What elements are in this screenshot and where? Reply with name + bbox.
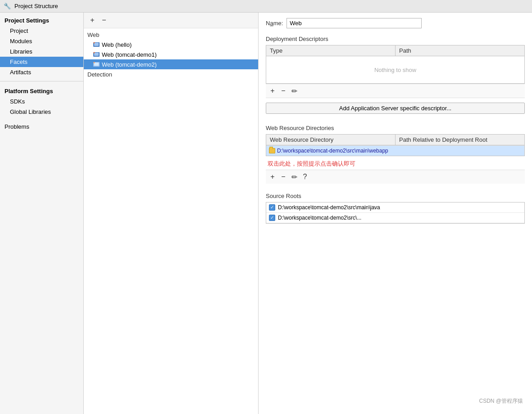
- right-panel: Name: Deployment Descriptors Type Path N…: [259, 13, 532, 414]
- svg-rect-4: [94, 53, 99, 56]
- sr-table: D:\workspace\tomcat-demo2\src\main\java …: [266, 202, 525, 224]
- source-roots-title: Source Roots: [266, 193, 525, 199]
- sidebar-item-libraries[interactable]: Libraries: [0, 46, 83, 57]
- web-facet-icon-3: [93, 61, 100, 68]
- svg-point-2: [94, 42, 95, 44]
- tree-item-web-hello[interactable]: Web (hello): [84, 40, 258, 50]
- wr-directory-cell: D:\workspace\tomcat-demo2\src\main\webap…: [266, 146, 396, 156]
- title-bar: 🔧 Project Structure: [0, 0, 532, 13]
- sidebar-item-global-libraries[interactable]: Global Libraries: [0, 107, 83, 117]
- edit-wr-button[interactable]: ✏: [289, 172, 299, 182]
- sr-checkbox-0[interactable]: [269, 204, 275, 211]
- facets-tree: Web Web (hello) Web (tomcat-demo1): [84, 28, 258, 414]
- add-facet-button[interactable]: +: [87, 15, 97, 25]
- add-wr-button[interactable]: +: [268, 172, 277, 182]
- project-settings-header: Project Settings: [0, 14, 83, 26]
- remove-wr-button[interactable]: −: [278, 172, 288, 182]
- sidebar-item-problems[interactable]: Problems: [0, 121, 83, 133]
- type-column-header: Type: [266, 45, 396, 56]
- wr-table-row[interactable]: D:\workspace\tomcat-demo2\src\main\webap…: [266, 145, 524, 156]
- hint-text: 双击此处，按照提示点击确认即可: [266, 156, 525, 170]
- tree-item-web-tomcat-demo1[interactable]: Web (tomcat-demo1): [84, 50, 258, 59]
- deployment-descriptors-table: Type Path Nothing to show: [266, 45, 525, 84]
- svg-point-5: [94, 52, 95, 54]
- add-descriptor-button[interactable]: +: [268, 86, 277, 96]
- help-wr-button[interactable]: ?: [300, 172, 310, 182]
- app-icon: 🔧: [4, 3, 11, 10]
- sidebar-item-artifacts[interactable]: Artifacts: [0, 67, 83, 77]
- svg-rect-1: [94, 43, 99, 46]
- source-roots-section: Source Roots D:\workspace\tomcat-demo2\s…: [266, 193, 525, 224]
- center-toolbar: + −: [84, 13, 258, 28]
- center-panel: + − Web Web (hello) Web (tomcat-demo: [84, 13, 259, 414]
- sr-checkbox-1[interactable]: [269, 215, 275, 221]
- wr-toolbar: + − ✏ ?: [266, 170, 525, 184]
- remove-descriptor-button[interactable]: −: [278, 86, 288, 96]
- sidebar-divider: [0, 81, 83, 81]
- web-resource-title: Web Resource Directories: [266, 125, 525, 131]
- web-facet-icon-2: [93, 51, 100, 58]
- wr-table: Web Resource Directory Path Relative to …: [266, 134, 525, 156]
- svg-point-8: [94, 62, 95, 63]
- wr-path-header: Path Relative to Deployment Root: [396, 135, 524, 145]
- folder-icon: [269, 148, 275, 153]
- detection-label: Detection: [84, 69, 258, 80]
- wr-directory-header: Web Resource Directory: [266, 135, 396, 145]
- sr-row-1[interactable]: D:\workspace\tomcat-demo2\src\...: [266, 213, 524, 223]
- path-column-header: Path: [396, 45, 524, 56]
- platform-settings-header: Platform Settings: [0, 85, 83, 96]
- svg-rect-7: [94, 63, 99, 66]
- deployment-descriptors-header: Type Path: [266, 45, 524, 56]
- watermark: CSDN @管程序猿: [479, 397, 523, 405]
- sidebar: Project Settings Project Modules Librari…: [0, 13, 84, 414]
- name-label: Name:: [266, 20, 283, 27]
- sr-row-0[interactable]: D:\workspace\tomcat-demo2\src\main\java: [266, 202, 524, 213]
- name-input[interactable]: [286, 18, 422, 28]
- right-content: Name: Deployment Descriptors Type Path N…: [259, 13, 532, 229]
- deployment-descriptors-title: Deployment Descriptors: [266, 36, 525, 42]
- add-server-descriptor-button[interactable]: Add Application Server specific descript…: [266, 103, 525, 114]
- wr-table-header: Web Resource Directory Path Relative to …: [266, 135, 524, 145]
- remove-facet-button[interactable]: −: [99, 15, 109, 25]
- deployment-descriptor-toolbar: + − ✏: [266, 84, 525, 98]
- web-resource-section: Web Resource Directories Web Resource Di…: [266, 125, 525, 191]
- sidebar-item-modules[interactable]: Modules: [0, 36, 83, 46]
- web-section-label: Web: [84, 30, 258, 40]
- tree-item-web-tomcat-demo2[interactable]: Web (tomcat-demo2): [84, 59, 258, 69]
- wr-path-cell: [396, 149, 525, 153]
- sidebar-item-project[interactable]: Project: [0, 26, 83, 36]
- deployment-descriptors-body: Nothing to show: [266, 56, 524, 83]
- nothing-to-show-text: Nothing to show: [374, 67, 416, 73]
- sidebar-item-facets[interactable]: Facets: [0, 57, 83, 67]
- sidebar-item-sdks[interactable]: SDKs: [0, 96, 83, 107]
- name-row: Name:: [266, 18, 525, 28]
- title-bar-text: Project Structure: [14, 3, 58, 9]
- edit-descriptor-button[interactable]: ✏: [289, 86, 299, 96]
- web-facet-icon: [93, 41, 100, 48]
- main-layout: Project Settings Project Modules Librari…: [0, 13, 532, 414]
